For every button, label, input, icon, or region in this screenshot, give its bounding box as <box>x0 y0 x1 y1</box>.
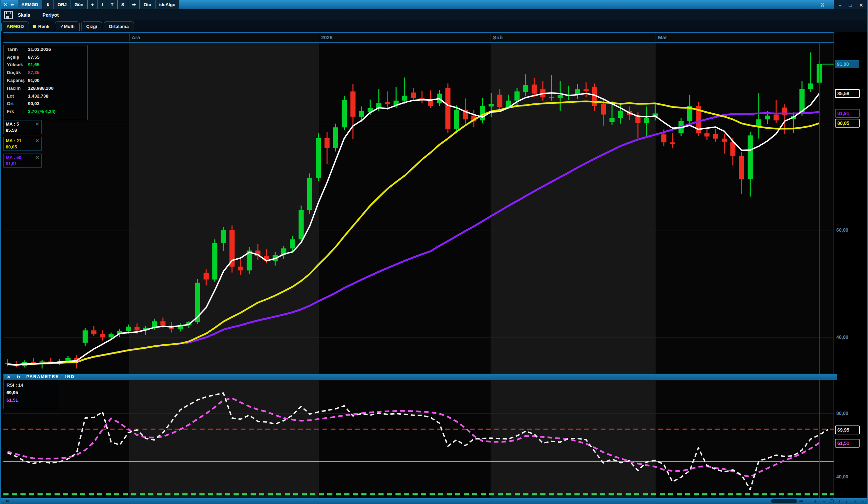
minus-icon[interactable]: － <box>822 498 826 504</box>
info-row: Tarih31.03.2026 <box>4 46 87 53</box>
titlebar-tab-icon[interactable]: ➡ <box>128 0 140 9</box>
titlebar-tab-armgd[interactable]: ARMGD <box>18 0 42 9</box>
ma-label: MA : 5 <box>6 121 19 127</box>
titlebar-tab-i[interactable]: I <box>98 0 107 9</box>
ma-indicator-box: MA : 50✕81,91 <box>3 153 42 168</box>
window-border-left <box>0 0 1 504</box>
renk-button[interactable]: Renk <box>29 22 53 31</box>
plus-icon[interactable]: ＋ <box>813 498 818 504</box>
bottom-scrollbar[interactable]: ⬅ ➡ ＋ － ◯ ↑ ↓ ＋ － <box>0 498 868 504</box>
titlebar-tab-t[interactable]: T <box>107 0 117 9</box>
minus-icon[interactable]: － <box>860 498 865 504</box>
month-label: 2026 <box>321 34 332 40</box>
info-label: Ort <box>7 101 28 106</box>
toolbar: Skala Periyot <box>0 9 868 20</box>
tab-cizgi[interactable]: Çizgi <box>81 21 102 31</box>
ma-label: MA : 21 <box>6 138 21 143</box>
info-label: Açılış <box>7 54 28 60</box>
tab-multi[interactable]: ✓Multi <box>55 21 80 31</box>
info-value: 87,35 <box>28 70 40 75</box>
info-value: 91,65 <box>28 62 40 67</box>
scroll-thumb[interactable] <box>771 499 797 503</box>
title-tab-strip: ARMGD⬇ORJGün+ITS➡OtoideAlgo <box>18 0 180 9</box>
plus-icon[interactable]: ＋ <box>852 498 857 504</box>
parametre-button[interactable]: PARAMETRE <box>26 374 59 379</box>
maximize-button[interactable]: □ <box>849 2 851 8</box>
minimize-button[interactable]: – <box>839 2 841 8</box>
ma-value: 85,58 <box>6 128 39 133</box>
back-arrow-icon[interactable]: ⬅ <box>11 2 14 7</box>
axis-price-tag: 69,95 <box>835 425 860 434</box>
axis-price-tag: 85,58 <box>835 89 860 98</box>
chart-tab-row: ARMGD Renk ✓Multi Çizgi Ortalama <box>0 20 868 31</box>
ma-value: 80,05 <box>6 144 39 150</box>
ma-close-icon[interactable]: ✕ <box>35 138 39 143</box>
ohlc-info-panel: Tarih31.03.2026Açılış87,55Yüksek91,65Düş… <box>3 45 87 120</box>
up-arrow-icon[interactable]: ↑ <box>838 498 841 504</box>
titlebar-tab-icon[interactable]: ⬇ <box>42 0 54 9</box>
ma-close-icon[interactable]: ✕ <box>35 121 39 127</box>
tab-ortalama[interactable]: Ortalama <box>104 21 134 31</box>
month-divider <box>319 33 319 41</box>
indicator-refresh-icon[interactable]: ↻ <box>17 374 20 380</box>
rsi-period-label: RSI : 14 <box>7 382 54 389</box>
month-shade-sub <box>490 42 655 374</box>
indicator-header-bar: ✕ ↻ PARAMETRE IND <box>3 374 837 380</box>
info-label: Tarih <box>7 47 28 52</box>
rsi-axis-tick-label: 40,00 <box>836 474 848 480</box>
info-row: Kapanış91,00 <box>4 77 87 84</box>
titlebar-tab-giconn[interactable]: Gün <box>71 0 87 9</box>
month-label: Ara <box>132 34 140 40</box>
ma-indicator-box: MA : 5✕85,58 <box>3 120 42 134</box>
tool-x-icon[interactable]: X <box>820 2 824 9</box>
info-value: 31.03.2026 <box>28 47 51 52</box>
periyot-menu[interactable]: Periyot <box>43 12 59 18</box>
info-row: Düşük87,35 <box>4 69 87 77</box>
price-axis[interactable]: 91,0085,5881,9180,0560,0040,0080,0040,00… <box>834 32 866 498</box>
main-chart-panel[interactable] <box>3 32 834 374</box>
window-close-button[interactable]: ✕ <box>859 2 863 8</box>
close-icon[interactable]: ✕ <box>3 2 7 7</box>
rsi-axis-tick-label: 80,00 <box>836 411 848 416</box>
save-icon[interactable] <box>4 11 13 19</box>
month-shade-ara <box>129 42 319 374</box>
info-label: Kapanış <box>7 78 28 83</box>
ma-label: MA : 50 <box>6 155 21 160</box>
info-value: 3,70 (% 4,24) <box>28 109 55 114</box>
info-value: 128.988.200 <box>28 85 53 91</box>
ma-indicator-box: MA : 21✕80,05 <box>3 137 42 151</box>
info-row: Ort90,03 <box>4 100 87 108</box>
axis-tick-label: 60,00 <box>836 227 848 233</box>
info-label: Düşük <box>7 70 28 75</box>
skala-menu[interactable]: Skala <box>18 12 30 18</box>
titlebar-tab-oto[interactable]: Oto <box>140 0 155 9</box>
color-swatch-icon <box>33 25 36 28</box>
month-shade-ara-rsi <box>129 380 319 498</box>
month-divider <box>129 33 130 41</box>
info-row: Yüksek91,65 <box>4 61 87 69</box>
ellipse-icon[interactable]: ◯ <box>829 498 834 504</box>
ma-close-icon[interactable]: ✕ <box>35 155 39 160</box>
info-row: Açılış87,55 <box>4 53 87 61</box>
forward-arrow-icon[interactable]: ➡ <box>799 498 803 504</box>
rsi-value-label: 69,95 <box>7 389 54 396</box>
info-value: 87,55 <box>28 54 40 60</box>
titlebar-tab-idealgo[interactable]: ideAlgo <box>155 0 180 9</box>
month-shade-sub-rsi <box>490 380 655 498</box>
info-row: Lot1.432.738 <box>4 92 87 100</box>
info-label: Lot <box>7 93 28 99</box>
info-value: 1.432.738 <box>28 93 49 99</box>
down-arrow-icon[interactable]: ↓ <box>845 498 848 504</box>
tab-symbol-armgd[interactable]: ARMGD <box>1 21 29 31</box>
indicator-close-icon[interactable]: ✕ <box>7 374 10 380</box>
axis-price-tag: 91,00 <box>835 60 859 68</box>
rsi-panel[interactable] <box>3 380 834 498</box>
titlebar-tab-icon[interactable]: + <box>87 0 98 9</box>
info-label: Frk <box>7 109 28 114</box>
titlebar-tab-s[interactable]: S <box>117 0 128 9</box>
month-label: Şub <box>493 34 503 40</box>
back-arrow-icon[interactable]: ⬅ <box>6 498 10 504</box>
chart-window: Ara2026ŞubMar 91,0085,5881,9180,0560,004… <box>0 0 868 504</box>
ind-button[interactable]: IND <box>65 374 75 379</box>
titlebar-tab-orj[interactable]: ORJ <box>54 0 71 9</box>
